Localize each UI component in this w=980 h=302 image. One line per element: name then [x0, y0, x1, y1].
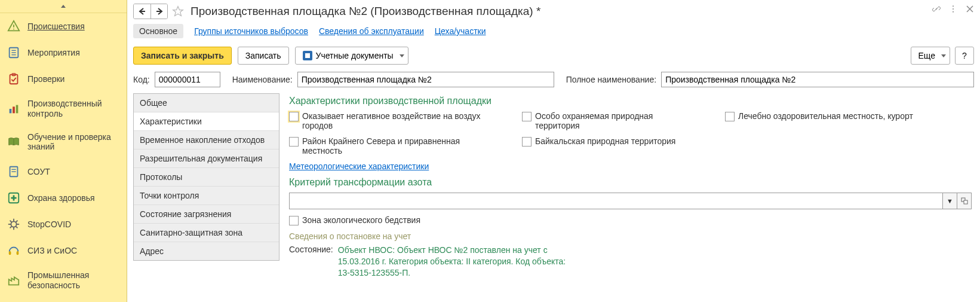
sidebar-item-label: Проверки	[27, 74, 64, 84]
svg-rect-37	[305, 53, 310, 58]
page-title: Производственная площадка №2 (Производст…	[191, 5, 540, 18]
health-icon	[7, 191, 20, 205]
checkbox-far-north[interactable]	[289, 137, 299, 147]
sidebar-item-stopcovid[interactable]: StopCOVID	[0, 211, 127, 237]
vtab-permits[interactable]: Разрешительная документация	[134, 150, 279, 168]
svg-rect-28	[9, 251, 11, 255]
sidebar-item-siz[interactable]: СИЗ и СиОС	[0, 237, 127, 264]
svg-point-33	[953, 8, 954, 10]
sidebar-item-prodcontrol[interactable]: Производственный контроль	[0, 92, 127, 126]
checkbox-protected-area[interactable]	[522, 112, 532, 121]
svg-rect-10	[13, 106, 15, 113]
status-label: Состояние:	[289, 245, 333, 254]
sidebar-item-sout[interactable]: СОУТ	[0, 158, 127, 185]
name-input[interactable]	[297, 72, 554, 87]
vtab-sanitary-zone[interactable]: Санитарно-защитная зона	[134, 224, 279, 242]
sidebar-item-label: Обучение и проверка знаний	[27, 132, 119, 152]
detail-panel: Характеристики производственной площадки…	[287, 93, 974, 302]
sidebar-item-checks[interactable]: Проверки	[0, 66, 127, 92]
sidebar-item-health[interactable]: Охрана здоровья	[0, 185, 127, 211]
checkbox-label: Район Крайнего Севера и приравненная мес…	[302, 136, 486, 155]
more-vertical-icon[interactable]	[948, 4, 959, 14]
checkbox-label: Зона экологического бедствия	[302, 215, 420, 225]
favorite-icon[interactable]	[171, 5, 185, 18]
chevron-down-icon	[941, 54, 946, 57]
vtab-general[interactable]: Общее	[134, 94, 279, 112]
vtab-control-points[interactable]: Точки контроля	[134, 187, 279, 205]
list-icon	[7, 46, 20, 59]
factory-icon	[7, 274, 20, 287]
combo-open-button[interactable]	[957, 193, 972, 209]
document-blue-icon	[303, 51, 312, 60]
sidebar-item-events[interactable]: Мероприятия	[0, 39, 127, 66]
vtab-protocols[interactable]: Протоколы	[134, 168, 279, 187]
checkbox-label: Лечебно оздоровительная местность, курор…	[738, 111, 913, 121]
sidebar-collapse[interactable]	[0, 0, 127, 13]
checkbox-resort[interactable]	[725, 112, 735, 121]
vtab-address[interactable]: Адрес	[134, 242, 279, 260]
chart-icon	[7, 102, 20, 115]
meteo-link[interactable]: Метеорологические характеристики	[289, 161, 429, 171]
nitrogen-criterion-input[interactable]	[289, 193, 943, 209]
clipboard-check-icon	[7, 72, 20, 86]
more-button[interactable]: Еще	[911, 47, 951, 65]
svg-point-2	[13, 29, 14, 30]
help-button[interactable]: ?	[955, 47, 974, 65]
headset-icon	[7, 244, 20, 257]
nav-back-button[interactable]	[134, 4, 150, 19]
vtab-waste[interactable]: Временное накопление отходов	[134, 131, 279, 150]
svg-line-25	[16, 227, 18, 228]
status-value: Объект НВОС: Объект НВОС №2 поставлен на…	[338, 245, 577, 279]
tab-main[interactable]: Основное	[133, 24, 183, 38]
nav-forward-button[interactable]	[150, 4, 167, 19]
vertical-tabs: Общее Характеристики Временное накоплени…	[133, 93, 279, 261]
main-panel: Производственная площадка №2 (Производст…	[127, 0, 980, 302]
svg-rect-29	[17, 251, 19, 255]
tab-shops[interactable]: Цеха/участки	[435, 26, 486, 36]
fullname-input[interactable]	[661, 72, 974, 87]
docs-button-label: Учетные документы	[316, 51, 394, 60]
code-input[interactable]	[155, 72, 220, 87]
svg-marker-0	[61, 5, 66, 8]
sidebar-item-training[interactable]: Обучение и проверка знаний	[0, 126, 127, 159]
sidebar-item-label: StopCOVID	[27, 219, 71, 230]
tab-emission-groups[interactable]: Группы источников выбросов	[194, 26, 308, 36]
document-icon	[7, 165, 20, 178]
sidebar-item-label: Промышленная безопасность	[27, 270, 119, 291]
checkbox-baikal[interactable]	[522, 137, 532, 147]
vtab-pollution[interactable]: Состояние загрязнения	[134, 205, 279, 224]
svg-line-27	[16, 221, 18, 222]
sidebar: Происшествия Мероприятия Проверки Произв…	[0, 0, 127, 302]
svg-point-34	[953, 11, 954, 13]
combo-dropdown-button[interactable]: ▼	[943, 193, 957, 209]
sidebar-item-label: Происшествия	[27, 22, 85, 32]
svg-rect-11	[16, 105, 19, 113]
sidebar-item-label: Охрана здоровья	[27, 193, 95, 203]
close-icon[interactable]	[964, 4, 975, 14]
vtab-characteristics[interactable]: Характеристики	[134, 112, 279, 131]
docs-button[interactable]: Учетные документы	[295, 47, 408, 65]
link-icon[interactable]	[931, 4, 942, 14]
nav-history	[133, 4, 168, 19]
sidebar-item-label: Мероприятия	[27, 48, 80, 58]
fullname-label: Полное наименование:	[566, 75, 656, 84]
code-label: Код:	[133, 75, 150, 84]
sidebar-item-label: Производственный контроль	[27, 99, 119, 119]
sidebar-item-incidents[interactable]: Происшествия	[0, 13, 127, 39]
save-close-button[interactable]: Записать и закрыть	[133, 47, 232, 65]
checkbox-air-impact[interactable]	[289, 112, 299, 121]
form-row: Код: Наименование: Полное наименование:	[127, 71, 980, 93]
svg-point-32	[953, 5, 954, 7]
svg-point-19	[11, 222, 16, 227]
checkbox-label: Оказывает негативное воздействие на возд…	[302, 111, 486, 130]
checkbox-label: Особо охраняемая природная территория	[535, 111, 689, 130]
svg-line-24	[10, 221, 12, 222]
checkbox-eco-disaster[interactable]	[289, 216, 299, 225]
save-button[interactable]: Записать	[238, 47, 289, 65]
sidebar-item-industrial-safety[interactable]: Промышленная безопасность	[0, 264, 127, 297]
tab-exploitation[interactable]: Сведения об эксплуатации	[319, 26, 424, 36]
section-registration-title: Сведения о постановке на учет	[289, 231, 972, 241]
virus-icon	[7, 218, 20, 231]
warning-icon	[7, 20, 20, 33]
sidebar-item-label: СОУТ	[27, 167, 50, 177]
